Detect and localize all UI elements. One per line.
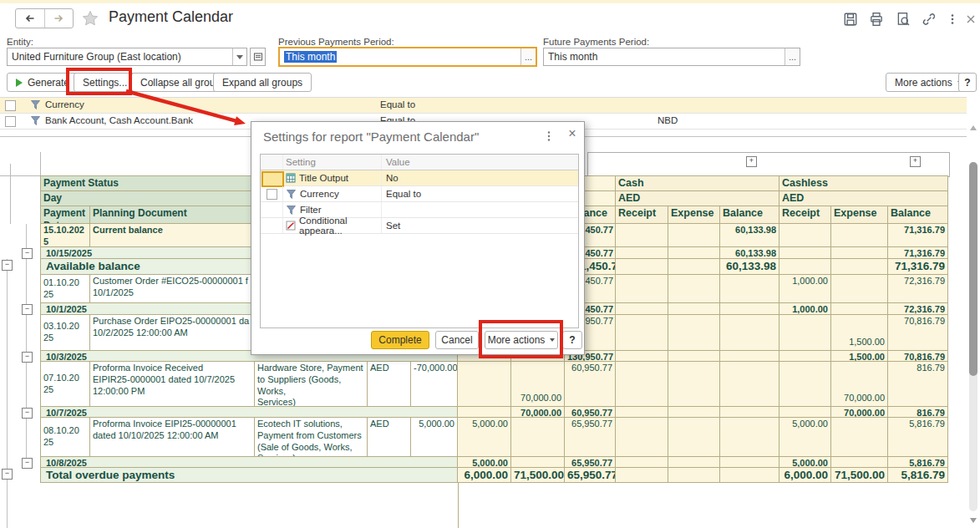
report-value-cell[interactable]: 71,316.79 [888,247,948,259]
report-value-cell[interactable]: 60,133.98 [720,224,779,247]
report-value-cell[interactable] [720,315,779,351]
report-value-cell[interactable]: 65,950.77 [565,468,616,483]
generate-button[interactable]: Generate [7,73,79,92]
previous-period-field[interactable]: This month ... [278,47,537,67]
report-value-cell[interactable] [779,259,831,275]
report-value-cell[interactable] [720,303,779,315]
report-value-cell[interactable] [668,351,720,362]
report-value-cell[interactable] [831,418,888,457]
report-value-cell[interactable] [779,407,831,418]
report-value-cell[interactable]: 70,000.00 [831,407,888,418]
report-amount-cell[interactable]: 5,000.00 [411,418,458,457]
report-value-cell[interactable]: 816.79 [888,362,948,407]
report-value-cell[interactable] [511,418,565,457]
report-header-measure[interactable]: Receipt [779,206,831,224]
report-value-cell[interactable]: 72,316.79 [888,303,948,315]
complete-button[interactable]: Complete [371,331,429,349]
report-value-cell[interactable] [511,457,565,468]
report-planning-document-cell[interactable]: Current balance [90,224,255,247]
report-value-cell[interactable]: 5,816.79 [888,418,948,457]
dialog-more-actions-button[interactable]: More actions [485,331,558,349]
setting-name-cell[interactable]: Conditional appeara... [282,218,382,233]
report-value-cell[interactable]: 71,500.00 [831,468,888,483]
report-value-cell[interactable] [831,303,888,315]
scroll-up-icon[interactable] [970,125,977,130]
report-value-cell[interactable]: 65,950.77 [565,418,616,457]
report-payment-date-cell[interactable]: 07.10.2025 [40,362,90,407]
report-value-cell[interactable]: 60,133.98 [720,259,779,275]
report-counterparty-cell[interactable]: Hardware Store, Payment to Suppliers (Go… [255,362,368,407]
report-value-cell[interactable] [668,247,720,259]
report-header-currency[interactable]: AED [779,191,948,206]
dialog-setting-row[interactable]: Title OutputNo [261,170,578,186]
report-header-measure[interactable]: Receipt [616,206,668,224]
dialog-row-select-cell[interactable] [261,186,283,201]
report-value-cell[interactable] [616,259,668,275]
report-group-row-label[interactable]: Total overdue payments [40,468,458,483]
report-value-cell[interactable] [668,303,720,315]
setting-value-cell[interactable]: Equal to [382,186,578,201]
report-value-cell[interactable]: 70,000.00 [511,362,565,407]
report-payment-date-cell[interactable]: 08.10.2025 [40,418,90,457]
report-header-measure[interactable]: Balance [888,206,948,224]
collapse-group-button[interactable]: − [2,260,13,271]
vertical-scrollbar[interactable] [967,120,980,528]
print-icon[interactable] [868,11,885,28]
expand-columns-button[interactable]: + [746,156,757,167]
report-value-cell[interactable]: 5,000.00 [458,457,511,468]
report-payment-date-cell[interactable]: 03.10.2025 [40,315,90,351]
dialog-more-icon[interactable] [542,129,556,144]
expand-all-groups-button[interactable]: Expand all groups [213,73,312,92]
back-button[interactable] [16,9,44,28]
expand-columns-button[interactable]: + [910,156,921,167]
dialog-row-select-cell[interactable] [261,202,283,217]
help-button[interactable]: ? [958,73,977,92]
setting-name-cell[interactable]: Title Output [282,170,382,185]
entity-dropdown-icon[interactable] [232,48,246,65]
report-value-cell[interactable] [720,457,779,468]
filter-checkbox[interactable] [5,100,16,111]
report-value-cell[interactable]: 60,133.98 [720,247,779,259]
report-value-cell[interactable] [616,275,668,303]
report-currency-cell[interactable]: AED [368,362,411,407]
dialog-help-button[interactable]: ? [562,331,582,349]
report-value-cell[interactable] [616,407,668,418]
report-value-cell[interactable] [668,259,720,275]
report-value-cell[interactable]: 1,000.00 [779,303,831,315]
report-value-cell[interactable] [831,275,888,303]
report-value-cell[interactable]: 6,000.00 [458,468,511,483]
report-counterparty-cell[interactable]: Ecotech IT solutions, Payment from Custo… [255,418,368,457]
report-header-cashless[interactable]: Cashless [779,175,948,191]
report-value-cell[interactable] [668,418,720,457]
report-value-cell[interactable]: 70,000.00 [511,407,565,418]
report-value-cell[interactable]: 71,500.00 [511,468,565,483]
report-value-cell[interactable]: 5,000.00 [779,418,831,457]
setting-name-cell[interactable]: Currency [282,186,382,201]
report-header-cash[interactable]: Cash [616,175,779,191]
report-header-measure[interactable]: Expense [668,206,720,224]
report-value-cell[interactable] [616,224,668,247]
report-planning-document-cell[interactable]: Purchase Order EIPO25-00000001 da 10/2/2… [90,315,255,351]
report-value-cell[interactable]: 5,816.79 [888,457,948,468]
report-value-cell[interactable]: 70,816.79 [888,351,948,362]
report-value-cell[interactable]: 816.79 [888,407,948,418]
report-value-cell[interactable]: 1,000.00 [779,275,831,303]
setting-value-cell[interactable] [382,202,578,217]
report-value-cell[interactable] [720,275,779,303]
report-planning-document-cell[interactable]: Customer Order #EICO25-00000001 f 10/1/2… [90,275,255,303]
report-value-cell[interactable] [458,362,511,407]
dialog-close-icon[interactable]: × [565,126,580,141]
report-value-cell[interactable] [720,418,779,457]
report-value-cell[interactable]: 60,950.77 [565,362,616,407]
collapse-group-button[interactable]: − [22,458,33,469]
collapse-group-button[interactable]: − [22,408,33,419]
report-value-cell[interactable] [779,247,831,259]
entity-choose-button[interactable] [250,48,266,66]
report-value-cell[interactable] [720,468,779,483]
collapse-group-button[interactable]: − [22,304,33,315]
report-value-cell[interactable] [779,362,831,407]
future-period-field[interactable]: This month ... [543,48,800,66]
report-value-cell[interactable]: 70,000.00 [831,362,888,407]
report-value-cell[interactable] [831,224,888,247]
report-value-cell[interactable]: 6,000.00 [779,468,831,483]
